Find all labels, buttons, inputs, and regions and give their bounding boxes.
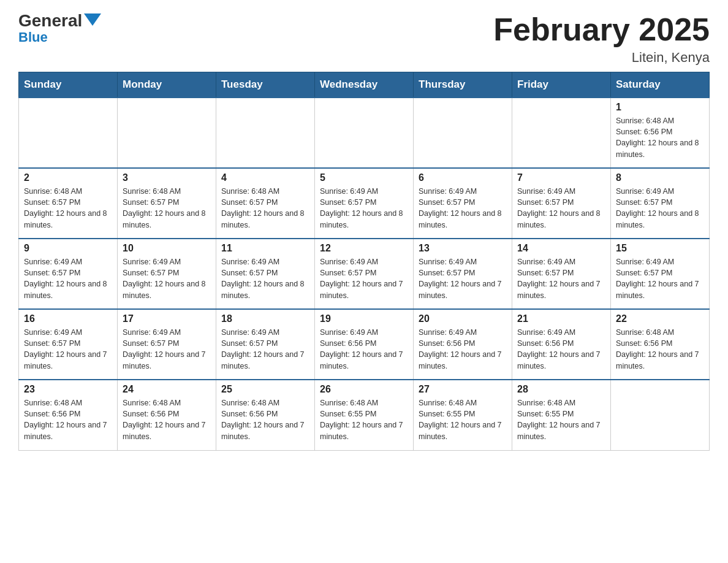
day-info: Sunrise: 6:49 AMSunset: 6:57 PMDaylight:… — [320, 256, 408, 301]
day-info: Sunrise: 6:49 AMSunset: 6:57 PMDaylight:… — [123, 256, 211, 301]
col-wednesday: Wednesday — [315, 72, 414, 98]
day-number: 15 — [616, 243, 704, 254]
day-number: 17 — [123, 313, 211, 324]
day-info: Sunrise: 6:49 AMSunset: 6:57 PMDaylight:… — [221, 327, 309, 372]
day-number: 13 — [419, 243, 507, 254]
table-row: 8Sunrise: 6:49 AMSunset: 6:57 PMDaylight… — [611, 168, 710, 239]
page-header: General Blue February 2025 Litein, Kenya — [18, 12, 710, 66]
table-row: 1Sunrise: 6:48 AMSunset: 6:56 PMDaylight… — [611, 98, 710, 168]
day-info: Sunrise: 6:49 AMSunset: 6:57 PMDaylight:… — [419, 256, 507, 301]
day-info: Sunrise: 6:48 AMSunset: 6:56 PMDaylight:… — [221, 397, 309, 442]
day-number: 6 — [419, 172, 507, 183]
day-info: Sunrise: 6:48 AMSunset: 6:56 PMDaylight:… — [24, 397, 112, 442]
table-row — [315, 98, 414, 168]
table-row: 5Sunrise: 6:49 AMSunset: 6:57 PMDaylight… — [315, 168, 414, 239]
logo-blue-text: Blue — [18, 29, 48, 45]
table-row: 6Sunrise: 6:49 AMSunset: 6:57 PMDaylight… — [414, 168, 512, 239]
day-number: 7 — [517, 172, 605, 183]
table-row: 24Sunrise: 6:48 AMSunset: 6:56 PMDayligh… — [118, 380, 216, 450]
day-number: 3 — [123, 172, 211, 183]
logo-general-text: General — [18, 12, 82, 29]
col-monday: Monday — [118, 72, 216, 98]
day-number: 23 — [24, 384, 112, 395]
day-number: 22 — [616, 313, 704, 324]
day-number: 8 — [616, 172, 704, 183]
day-number: 27 — [419, 384, 507, 395]
table-row: 22Sunrise: 6:48 AMSunset: 6:56 PMDayligh… — [611, 309, 710, 380]
calendar-week-row: 1Sunrise: 6:48 AMSunset: 6:56 PMDaylight… — [19, 98, 710, 168]
title-block: February 2025 Litein, Kenya — [493, 12, 710, 66]
day-info: Sunrise: 6:48 AMSunset: 6:55 PMDaylight:… — [517, 397, 605, 442]
day-number: 2 — [24, 172, 112, 183]
table-row: 27Sunrise: 6:48 AMSunset: 6:55 PMDayligh… — [414, 380, 512, 450]
day-number: 28 — [517, 384, 605, 395]
day-info: Sunrise: 6:48 AMSunset: 6:56 PMDaylight:… — [616, 327, 704, 372]
day-number: 21 — [517, 313, 605, 324]
col-sunday: Sunday — [19, 72, 118, 98]
table-row: 9Sunrise: 6:49 AMSunset: 6:57 PMDaylight… — [19, 239, 118, 309]
col-saturday: Saturday — [611, 72, 710, 98]
day-number: 12 — [320, 243, 408, 254]
day-number: 1 — [616, 102, 704, 113]
day-info: Sunrise: 6:49 AMSunset: 6:57 PMDaylight:… — [123, 327, 211, 372]
day-number: 9 — [24, 243, 112, 254]
table-row: 18Sunrise: 6:49 AMSunset: 6:57 PMDayligh… — [216, 309, 315, 380]
col-thursday: Thursday — [414, 72, 512, 98]
day-info: Sunrise: 6:48 AMSunset: 6:57 PMDaylight:… — [221, 186, 309, 231]
day-info: Sunrise: 6:49 AMSunset: 6:57 PMDaylight:… — [24, 256, 112, 301]
day-info: Sunrise: 6:48 AMSunset: 6:56 PMDaylight:… — [616, 115, 704, 160]
day-info: Sunrise: 6:48 AMSunset: 6:55 PMDaylight:… — [320, 397, 408, 442]
table-row: 16Sunrise: 6:49 AMSunset: 6:57 PMDayligh… — [19, 309, 118, 380]
table-row: 12Sunrise: 6:49 AMSunset: 6:57 PMDayligh… — [315, 239, 414, 309]
day-info: Sunrise: 6:49 AMSunset: 6:57 PMDaylight:… — [320, 186, 408, 231]
table-row — [216, 98, 315, 168]
day-number: 11 — [221, 243, 309, 254]
table-row: 3Sunrise: 6:48 AMSunset: 6:57 PMDaylight… — [118, 168, 216, 239]
day-info: Sunrise: 6:49 AMSunset: 6:57 PMDaylight:… — [616, 256, 704, 301]
table-row: 26Sunrise: 6:48 AMSunset: 6:55 PMDayligh… — [315, 380, 414, 450]
table-row: 13Sunrise: 6:49 AMSunset: 6:57 PMDayligh… — [414, 239, 512, 309]
table-row: 15Sunrise: 6:49 AMSunset: 6:57 PMDayligh… — [611, 239, 710, 309]
table-row: 20Sunrise: 6:49 AMSunset: 6:56 PMDayligh… — [414, 309, 512, 380]
day-info: Sunrise: 6:49 AMSunset: 6:57 PMDaylight:… — [517, 186, 605, 231]
table-row: 11Sunrise: 6:49 AMSunset: 6:57 PMDayligh… — [216, 239, 315, 309]
day-number: 24 — [123, 384, 211, 395]
day-info: Sunrise: 6:49 AMSunset: 6:56 PMDaylight:… — [419, 327, 507, 372]
table-row: 14Sunrise: 6:49 AMSunset: 6:57 PMDayligh… — [512, 239, 611, 309]
day-number: 20 — [419, 313, 507, 324]
table-row: 2Sunrise: 6:48 AMSunset: 6:57 PMDaylight… — [19, 168, 118, 239]
calendar-week-row: 23Sunrise: 6:48 AMSunset: 6:56 PMDayligh… — [19, 380, 710, 450]
table-row — [19, 98, 118, 168]
day-number: 26 — [320, 384, 408, 395]
table-row — [118, 98, 216, 168]
calendar-week-row: 2Sunrise: 6:48 AMSunset: 6:57 PMDaylight… — [19, 168, 710, 239]
day-info: Sunrise: 6:48 AMSunset: 6:57 PMDaylight:… — [24, 186, 112, 231]
day-number: 5 — [320, 172, 408, 183]
col-tuesday: Tuesday — [216, 72, 315, 98]
table-row — [414, 98, 512, 168]
table-row: 10Sunrise: 6:49 AMSunset: 6:57 PMDayligh… — [118, 239, 216, 309]
day-number: 16 — [24, 313, 112, 324]
calendar-week-row: 9Sunrise: 6:49 AMSunset: 6:57 PMDaylight… — [19, 239, 710, 309]
day-info: Sunrise: 6:49 AMSunset: 6:56 PMDaylight:… — [320, 327, 408, 372]
table-row: 25Sunrise: 6:48 AMSunset: 6:56 PMDayligh… — [216, 380, 315, 450]
day-info: Sunrise: 6:48 AMSunset: 6:56 PMDaylight:… — [123, 397, 211, 442]
table-row: 17Sunrise: 6:49 AMSunset: 6:57 PMDayligh… — [118, 309, 216, 380]
table-row — [611, 380, 710, 450]
svg-marker-0 — [84, 13, 101, 26]
day-info: Sunrise: 6:49 AMSunset: 6:57 PMDaylight:… — [221, 256, 309, 301]
calendar-header-row: Sunday Monday Tuesday Wednesday Thursday… — [19, 72, 710, 98]
day-info: Sunrise: 6:48 AMSunset: 6:55 PMDaylight:… — [419, 397, 507, 442]
month-title: February 2025 — [493, 12, 710, 47]
table-row: 21Sunrise: 6:49 AMSunset: 6:56 PMDayligh… — [512, 309, 611, 380]
day-info: Sunrise: 6:49 AMSunset: 6:57 PMDaylight:… — [24, 327, 112, 372]
calendar-week-row: 16Sunrise: 6:49 AMSunset: 6:57 PMDayligh… — [19, 309, 710, 380]
day-info: Sunrise: 6:49 AMSunset: 6:57 PMDaylight:… — [419, 186, 507, 231]
col-friday: Friday — [512, 72, 611, 98]
calendar-table: Sunday Monday Tuesday Wednesday Thursday… — [18, 72, 710, 451]
table-row: 19Sunrise: 6:49 AMSunset: 6:56 PMDayligh… — [315, 309, 414, 380]
day-info: Sunrise: 6:49 AMSunset: 6:56 PMDaylight:… — [517, 327, 605, 372]
location: Litein, Kenya — [493, 50, 710, 66]
day-info: Sunrise: 6:49 AMSunset: 6:57 PMDaylight:… — [616, 186, 704, 231]
table-row: 7Sunrise: 6:49 AMSunset: 6:57 PMDaylight… — [512, 168, 611, 239]
